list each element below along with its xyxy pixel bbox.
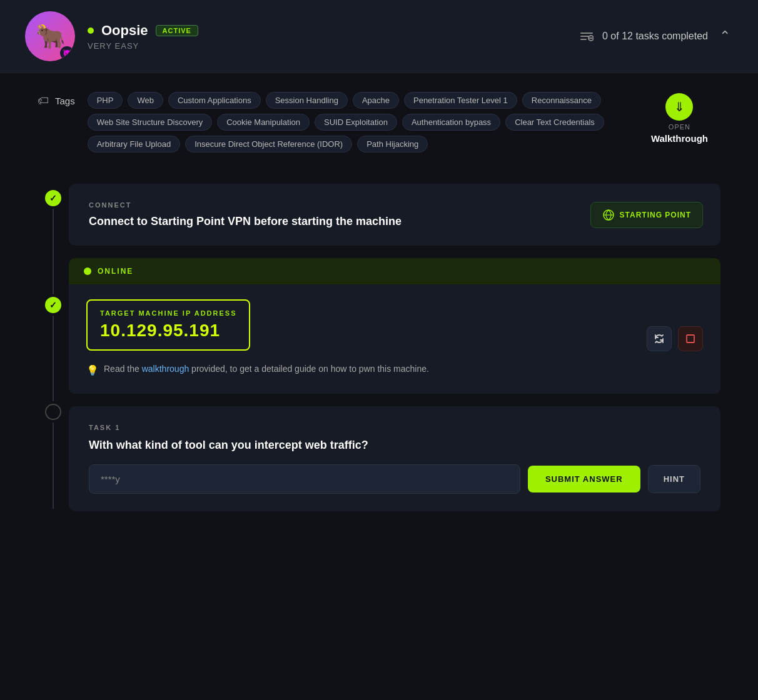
ip-actions [647, 326, 703, 351]
submit-answer-button[interactable]: SUBMIT ANSWER [528, 466, 640, 492]
tag-pill: Web Site Structure Discovery [88, 114, 213, 131]
walkthrough-hint-text: 💡 Read the walkthrough provided, to get … [86, 362, 703, 379]
walkthrough-button[interactable]: ⇓ OPEN Walkthrough [651, 92, 708, 144]
tag-pill: Reconnaissance [522, 92, 601, 109]
machine-name-row: Oopsie ACTIVE [88, 22, 567, 39]
machine-difficulty: VERY EASY [88, 41, 567, 51]
walkthrough-pre-text: Read the [104, 364, 139, 374]
tasks-icon [580, 29, 594, 43]
connect-label: CONNECT [89, 201, 402, 209]
stop-icon [685, 334, 695, 344]
tags-cloud: PHPWebCustom ApplicationsSession Handlin… [88, 92, 639, 152]
tag-pill: PHP [88, 92, 123, 109]
tag-pill: Path Hijacking [357, 136, 428, 152]
tags-label-wrap: 🏷 Tags [38, 92, 75, 108]
active-badge: ACTIVE [156, 25, 198, 36]
tag-pill: Custom Applications [168, 92, 261, 109]
ip-label: TARGET MACHINE IP ADDRESS [100, 309, 236, 317]
refresh-icon [654, 333, 665, 344]
timeline-dot-3 [45, 404, 61, 420]
vpn-icon [602, 209, 615, 221]
starting-point-label: STARTING POINT [620, 211, 691, 219]
walkthrough-download-icon: ⇓ [665, 93, 693, 121]
timeline: ✓ ✓ [38, 171, 69, 511]
tag-pill: Cookie Manipulation [217, 114, 310, 131]
online-status-dot [88, 28, 94, 34]
tag-icon: 🏷 [38, 94, 49, 108]
stop-machine-button[interactable] [678, 326, 703, 351]
timeline-line-3 [53, 422, 54, 508]
avatar-badge: 😈 [60, 46, 74, 60]
task1-label: TASK 1 [89, 424, 700, 431]
tags-label: Tags [55, 96, 75, 106]
task1-answer-input[interactable] [89, 464, 520, 494]
tag-pill: Web [128, 92, 163, 109]
tag-pill: Penetration Tester Level 1 [404, 92, 517, 109]
machine-name: Oopsie [101, 22, 148, 39]
walkthrough-post-text: provided, to get a detailed guide on how… [191, 364, 429, 374]
online-header: ONLINE [69, 258, 720, 284]
online-dot [84, 268, 91, 275]
tasks-progress: 0 of 12 tasks completed ⌃ [580, 26, 733, 47]
walkthrough-title-label: Walkthrough [651, 133, 708, 144]
task1-question: With what kind of tool can you intercept… [89, 439, 700, 452]
hint-button[interactable]: HINT [648, 465, 700, 493]
tasks-completed-text: 0 of 12 tasks completed [602, 31, 708, 42]
timeline-line-1 [53, 209, 54, 294]
online-body: TARGET MACHINE IP ADDRESS 10.129.95.191 [69, 284, 720, 394]
tag-pill: Session Handling [266, 92, 348, 109]
timeline-dot-1: ✓ [45, 190, 61, 206]
online-label: ONLINE [98, 267, 133, 276]
lightbulb-icon: 💡 [86, 362, 99, 379]
walkthrough-open-label: OPEN [669, 123, 690, 131]
connect-text: Connect to Starting Point VPN before sta… [89, 215, 402, 228]
tag-pill: Apache [353, 92, 399, 109]
starting-point-button[interactable]: STARTING POINT [590, 202, 703, 228]
timeline-dot-2: ✓ [45, 297, 61, 313]
avatar: 🐂 😈 [25, 11, 75, 61]
collapse-button[interactable]: ⌃ [717, 26, 733, 47]
task1-input-row: SUBMIT ANSWER HINT [89, 464, 700, 494]
online-card: ONLINE TARGET MACHINE IP ADDRESS 10.129.… [69, 258, 720, 394]
main-content: ✓ ✓ CONNECT Connect to Starting Point VP… [0, 171, 758, 536]
tag-pill: Arbitrary File Upload [88, 136, 181, 152]
header: 🐂 😈 Oopsie ACTIVE VERY EASY 0 of 12 task… [0, 0, 758, 73]
refresh-ip-button[interactable] [647, 326, 672, 351]
tag-pill: Clear Text Credentials [505, 114, 604, 131]
avatar-emoji: 🐂 [36, 24, 65, 48]
walkthrough-link[interactable]: walkthrough [142, 364, 190, 374]
tags-section: 🏷 Tags PHPWebCustom ApplicationsSession … [0, 73, 758, 171]
tag-pill: Insecure Direct Object Reference (IDOR) [185, 136, 352, 152]
tag-pill: SUID Exploitation [315, 114, 397, 131]
connect-info: CONNECT Connect to Starting Point VPN be… [89, 201, 402, 228]
machine-info: Oopsie ACTIVE VERY EASY [88, 22, 567, 51]
svg-rect-7 [687, 335, 694, 342]
timeline-line-2 [53, 316, 54, 401]
task1-card: TASK 1 With what kind of tool can you in… [69, 406, 720, 511]
tag-pill: Authentication bypass [402, 114, 500, 131]
cards-area: CONNECT Connect to Starting Point VPN be… [69, 171, 720, 511]
connect-card: CONNECT Connect to Starting Point VPN be… [69, 184, 720, 246]
ip-address: 10.129.95.191 [100, 321, 236, 341]
ip-box: TARGET MACHINE IP ADDRESS 10.129.95.191 [86, 299, 250, 351]
